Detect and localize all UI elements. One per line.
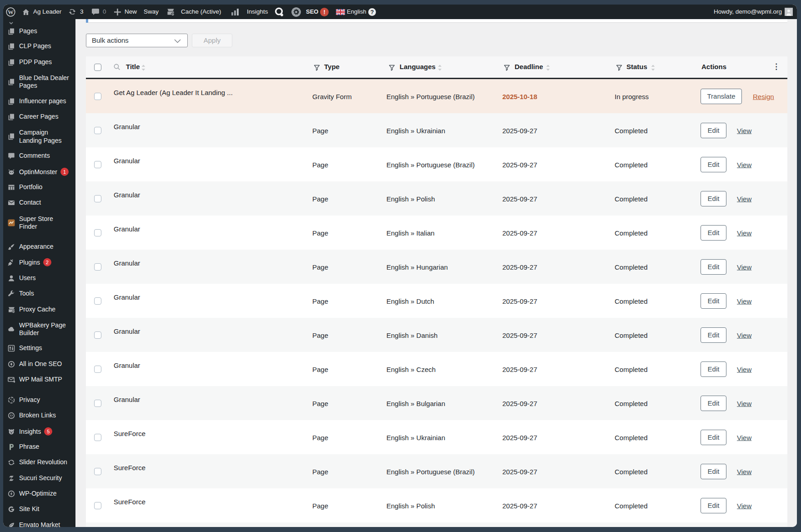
svg-text:!: ! [323,9,325,15]
svg-text:?: ? [370,9,374,15]
svg-text:W: W [8,9,14,15]
